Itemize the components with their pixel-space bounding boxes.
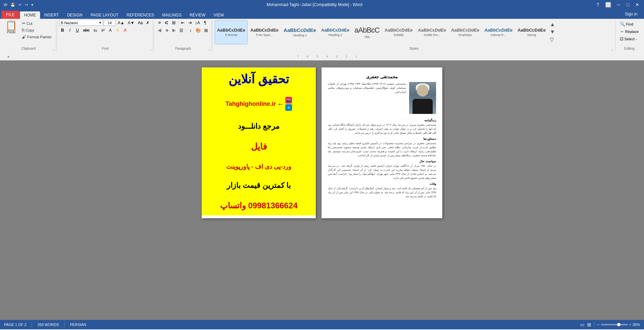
zoom-slider[interactable] [601, 324, 628, 325]
maximize-button[interactable]: □ [624, 1, 631, 8]
styles-expand-icon[interactable]: ⌄ [611, 48, 614, 51]
increase-indent-button[interactable]: ⇥ [186, 19, 193, 26]
highlight-button[interactable]: A [114, 27, 121, 33]
underline-button[interactable]: U [74, 27, 81, 33]
style-intense-em[interactable]: AaBbCcDdEe Intense E... [482, 20, 515, 44]
font-shrink-button[interactable]: A▼ [127, 20, 136, 26]
select-label: Select - [624, 37, 637, 41]
cut-button[interactable]: ✂ Cut [21, 20, 53, 27]
font-size-selector[interactable]: 14 [104, 20, 116, 26]
change-case-button[interactable]: Aa [137, 20, 144, 26]
strikethrough-button[interactable]: abc [81, 27, 91, 33]
borders-button[interactable]: ⊞ [203, 27, 209, 34]
tab-mailings[interactable]: MAILINGS [158, 11, 185, 19]
font-color-button[interactable]: A [122, 27, 129, 33]
clipboard-expand-icon[interactable]: ⌄ [52, 48, 55, 51]
align-right-button[interactable]: ⫸ [171, 27, 178, 34]
select-button[interactable]: ⊡ Select - [618, 36, 641, 42]
show-formatting-button[interactable]: ¶ [202, 19, 208, 26]
copy-button[interactable]: ⎘ Copy [21, 27, 53, 33]
font-expand-icon[interactable]: ⌄ [149, 48, 152, 51]
format-painter-icon: 🖌 [22, 34, 26, 39]
bullets-button[interactable]: ≡ [156, 19, 163, 26]
view-web-icon[interactable]: ⊞ [587, 322, 591, 327]
page1-content: تحقیق آنلاین Tahghighonline.ir ← 📷 ✈ مرج… [202, 68, 316, 215]
paste-button[interactable]: 📋 Paste [3, 19, 20, 40]
style-heading1[interactable]: AaBbCcDdEe Heading 1 [281, 20, 319, 44]
zoom-in-button[interactable]: + [629, 323, 631, 327]
sort-button[interactable]: ↕A [193, 19, 201, 26]
person-photo [409, 82, 436, 114]
style-title[interactable]: aAbBcC Title [352, 20, 382, 44]
save-button[interactable]: 💾 [9, 2, 16, 8]
para-sep1 [178, 19, 178, 26]
tab-file[interactable]: FILE [1, 11, 19, 19]
sign-in-button[interactable]: Sign in [621, 10, 641, 18]
styles-scroll-up[interactable]: ▲ [549, 21, 556, 28]
zoom-thumb[interactable] [617, 323, 620, 326]
paragraph-expand-icon[interactable]: ⌄ [208, 48, 211, 51]
decrease-indent-button[interactable]: ⇤ [179, 19, 186, 26]
format-painter-button[interactable]: 🖌 Format Painter [21, 34, 53, 40]
style-subtitle[interactable]: AaBbCcDdEe Subtitle [382, 20, 415, 44]
find-button[interactable]: 🔍 Find [618, 21, 641, 27]
style-strong[interactable]: AaBbCcDdEe Strong [515, 20, 548, 44]
subscript-button[interactable]: x₂ [92, 27, 99, 33]
document-area[interactable]: تحقیق آنلاین Tahghighonline.ir ← 📷 ✈ مرج… [0, 60, 644, 320]
word-icon[interactable]: W [3, 2, 8, 8]
style-nospace-preview: AaBbCcDdEe [250, 28, 279, 33]
replace-button[interactable]: ↔ Replace [618, 28, 641, 35]
help-button[interactable]: ? [595, 1, 601, 8]
numbering-button[interactable]: ⑆ [163, 19, 170, 26]
tab-design[interactable]: DESIGN [63, 11, 86, 19]
line-spacing-button[interactable]: ↕ [187, 27, 194, 34]
bold-button[interactable]: B [59, 27, 66, 33]
tab-home[interactable]: HOME [20, 11, 40, 19]
tab-insert[interactable]: INSERT [40, 11, 63, 19]
quick-access-toolbar: W 💾 ↩ ↪ ▾ [3, 2, 34, 8]
font-group-label: Font [58, 47, 153, 50]
close-button[interactable]: ✕ [633, 1, 641, 8]
styles-expand-button[interactable]: ▽ [549, 36, 556, 43]
view-print-icon[interactable]: ▭ [580, 322, 584, 327]
quick-access-dropdown[interactable]: ▾ [30, 2, 34, 8]
redo-button[interactable]: ↪ [24, 2, 29, 8]
superscript-button[interactable]: x² [100, 27, 106, 33]
word-count: 260 WORDS [37, 323, 59, 327]
page1-subtitle: مرجع دانلـــود [238, 122, 280, 131]
style-heading2[interactable]: AaBbCcDdEe Heading 2 [319, 20, 352, 44]
page1-file-label: فایل [251, 141, 267, 152]
tab-review[interactable]: REVIEW [185, 11, 209, 19]
style-no-spacing[interactable]: AaBbCcDdEe ¶ No Spac... [248, 20, 281, 44]
minimize-button[interactable]: ─ [615, 1, 622, 8]
multilevel-button[interactable]: ⊞ [170, 19, 177, 26]
clear-formatting-button[interactable]: ✗ [145, 20, 151, 26]
undo-button[interactable]: ↩ [17, 2, 23, 8]
style-subtle-em[interactable]: AaBbCcDdEe Subtle Em... [416, 20, 449, 44]
page-1: تحقیق آنلاین Tahghighonline.ir ← 📷 ✈ مرج… [202, 67, 316, 218]
text-effects-button[interactable]: A [107, 27, 114, 33]
align-center-button[interactable]: ≡ [164, 27, 170, 34]
shading-button[interactable]: 🎨 [194, 27, 202, 34]
ruler-mark-4: 4 [326, 55, 328, 58]
editing-group: 🔍 Find ↔ Replace ⊡ Select - Editing [616, 19, 643, 52]
font-group: B Nazanin ▾ 14 A▲ A▼ Aa ✗ B I U abc [58, 19, 153, 52]
clipboard-group: 📋 Paste ✂ Cut ⎘ Copy 🖌 [1, 19, 56, 52]
style-normal[interactable]: AaBbCcDdEe ¶ Normal [215, 20, 248, 44]
italic-button[interactable]: I [67, 27, 73, 33]
zoom-out-button[interactable]: ─ [597, 323, 600, 327]
font-grow-button[interactable]: A▲ [116, 20, 126, 26]
font-name-selector[interactable]: B Nazanin ▾ [59, 19, 103, 26]
ribbon-minimize-button[interactable]: ⬜ [603, 1, 613, 8]
tab-view[interactable]: VIEW [210, 11, 228, 19]
justify-button[interactable]: ☰ [178, 27, 185, 34]
align-left-button[interactable]: ⫷ [156, 27, 163, 34]
page2-bio-label: زندگینامه [328, 119, 436, 122]
styles-scroll-down[interactable]: ▼ [549, 28, 556, 36]
tab-page-layout[interactable]: PAGE LAYOUT [86, 11, 122, 19]
page1-contact: 09981366624 واتساپ [220, 201, 298, 210]
font-row2: B I U abc x₂ x² A A A [59, 27, 151, 33]
style-emphasis[interactable]: AaBbCcDdEe Emphasis [449, 20, 482, 44]
tab-references[interactable]: REFERENCES [122, 11, 158, 19]
style-strong-preview: AaBbCcDdEe [517, 28, 546, 33]
